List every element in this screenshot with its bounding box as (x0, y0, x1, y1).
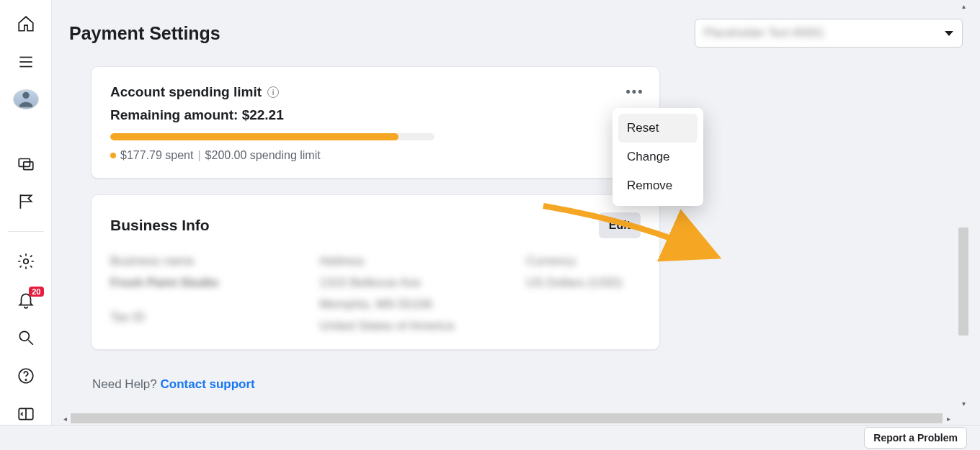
flag-icon[interactable] (12, 190, 40, 212)
account-selector[interactable]: Placeholder Text #0001 (695, 19, 963, 48)
settings-icon[interactable] (12, 251, 40, 273)
menu-icon[interactable] (12, 51, 40, 73)
edit-button[interactable]: Edit (599, 212, 641, 238)
business-info-card: Business Info Edit Business name Fresh P… (91, 194, 660, 350)
svg-rect-4 (19, 158, 30, 166)
account-selector-label: Placeholder Text #0001 (704, 27, 824, 40)
horizontal-scrollbar[interactable]: ◂ ▸ (59, 412, 954, 425)
spent-text: $177.79 spent (120, 149, 193, 162)
cards-column: ••• Account spending limit i Remaining a… (91, 66, 660, 392)
report-problem-button[interactable]: Report a Problem (864, 427, 967, 449)
svg-rect-5 (23, 162, 32, 170)
svg-point-11 (25, 379, 26, 380)
help-row: Need Help? Contact support (91, 377, 660, 392)
search-icon[interactable] (12, 327, 40, 349)
page-title: Payment Settings (69, 23, 220, 44)
spending-limit-menu: Reset Change Remove (612, 108, 703, 206)
svg-point-8 (19, 331, 29, 341)
panel-toggle-icon[interactable] (12, 402, 40, 425)
svg-line-9 (28, 340, 33, 345)
menu-item-change[interactable]: Change (618, 143, 698, 171)
menu-item-reset[interactable]: Reset (618, 114, 698, 143)
spending-limit-more-button[interactable]: ••• (623, 80, 646, 103)
billing-icon[interactable] (12, 152, 40, 174)
spending-progress-fill (110, 133, 398, 140)
home-icon[interactable] (12, 13, 40, 35)
spending-progress-bar (110, 133, 435, 140)
svg-point-3 (22, 92, 29, 99)
notifications-icon[interactable]: 20 (12, 289, 40, 311)
chevron-down-icon (945, 31, 953, 36)
spending-limit-title: Account spending limit (110, 84, 262, 100)
spending-meta: $177.79 spent | $200.00 spending limit (110, 149, 641, 162)
rail-divider (8, 231, 44, 232)
business-info-content: Business name Fresh Paint Studio Tax ID … (110, 254, 641, 333)
main-pane: Payment Settings Placeholder Text #0001 … (52, 0, 980, 425)
remaining-amount: Remaining amount: $22.21 (110, 107, 641, 123)
contact-support-link[interactable]: Contact support (161, 377, 255, 391)
info-icon[interactable]: i (267, 86, 279, 98)
page-footer: Report a Problem (0, 425, 980, 450)
help-icon[interactable] (12, 364, 40, 387)
svg-point-7 (23, 259, 28, 264)
left-nav-rail: 20 (0, 0, 52, 425)
spending-limit-card: ••• Account spending limit i Remaining a… (91, 66, 660, 179)
help-prefix: Need Help? (92, 377, 161, 391)
avatar[interactable] (13, 89, 39, 109)
menu-item-remove[interactable]: Remove (618, 171, 698, 200)
notifications-badge: 20 (29, 287, 43, 297)
spent-dot-icon (110, 153, 116, 158)
limit-text: $200.00 spending limit (205, 149, 321, 162)
business-info-title: Business Info (110, 217, 210, 234)
vertical-scrollbar[interactable]: ▴ ▾ (957, 0, 970, 409)
